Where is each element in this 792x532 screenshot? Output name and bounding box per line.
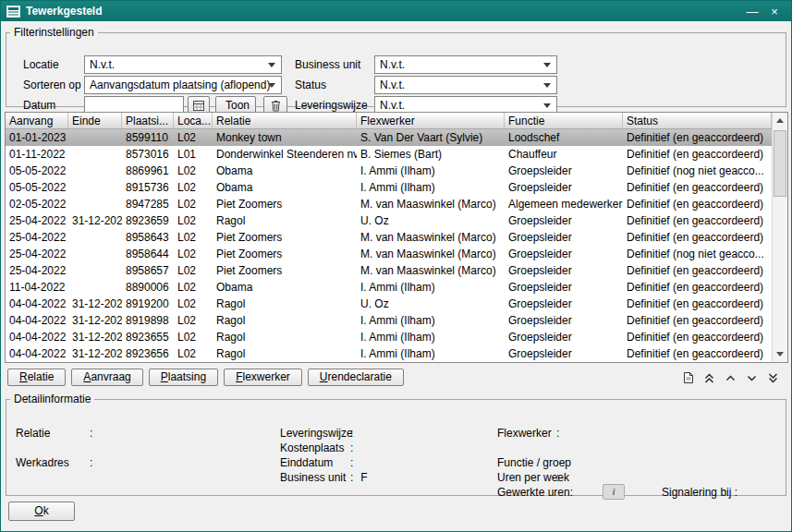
- minimize-button[interactable]: —: [741, 3, 763, 19]
- column-header[interactable]: Relatie: [213, 113, 357, 128]
- info-button[interactable]: i: [603, 484, 625, 500]
- status-select[interactable]: N.v.t.: [374, 76, 557, 94]
- table-cell: Ragol: [213, 329, 357, 345]
- column-header[interactable]: Functie: [505, 113, 623, 128]
- table-cell: L02: [174, 229, 213, 246]
- title-bar[interactable]: Tewerkgesteld — ×: [1, 1, 791, 21]
- table-cell: M. van Maaswinkel (Marco): [357, 246, 505, 262]
- table-cell: L02: [174, 212, 213, 229]
- column-header[interactable]: Einde: [68, 113, 122, 128]
- table-row[interactable]: 04-04-202231-12-20228923655L02RagolI. Am…: [6, 329, 772, 345]
- last-record-button[interactable]: [763, 369, 782, 386]
- table-cell: 25-04-2022: [6, 212, 68, 229]
- app-icon: [6, 6, 20, 18]
- column-header[interactable]: Plaatsi...: [122, 113, 174, 128]
- table-body: 01-01-20238599110L02Monkey townS. Van De…: [6, 129, 772, 362]
- table-row[interactable]: 01-01-20238599110L02Monkey townS. Van De…: [6, 129, 772, 146]
- table-cell: Definitief (en geaccordeerd): [623, 279, 772, 296]
- goto-record-button[interactable]: [678, 369, 697, 386]
- table-cell: L02: [174, 296, 213, 312]
- chevron-up-icon: [725, 372, 737, 384]
- table-cell: Groepsleider: [505, 312, 623, 329]
- table-cell: U. Oz: [357, 212, 505, 229]
- tab-flexwerker[interactable]: Flexwerker: [224, 369, 302, 386]
- table-cell: Groepsleider: [505, 229, 623, 246]
- tab-plaatsing[interactable]: Plaatsing: [149, 369, 218, 386]
- table-cell: 25-04-2022: [6, 229, 68, 246]
- table-cell: [68, 179, 122, 196]
- business-unit-select[interactable]: N.v.t.: [374, 55, 557, 74]
- table-row[interactable]: 02-05-20228947285L02Piet ZoomersM. van M…: [6, 196, 772, 212]
- triangle-down-icon: [776, 352, 784, 360]
- tab-urendeclaratie[interactable]: Urendeclaratie: [308, 369, 404, 386]
- ok-button[interactable]: Ok: [8, 502, 75, 521]
- sorteren-select[interactable]: Aanvangsdatum plaatsing (aflopend): [84, 76, 282, 94]
- table-row[interactable]: 25-04-20228958643L02Piet ZoomersM. van M…: [6, 229, 772, 246]
- business-unit-label: Business unit: [295, 55, 360, 74]
- colon: :: [90, 456, 92, 470]
- table-row[interactable]: 25-04-20228958644L02Piet ZoomersM. van M…: [6, 246, 772, 262]
- chevron-double-down-icon: [767, 372, 779, 384]
- column-header[interactable]: Status: [623, 113, 772, 128]
- table-cell: 04-04-2022: [6, 345, 68, 362]
- close-button[interactable]: ×: [763, 3, 786, 19]
- detail-uren-per-week-label: Uren per week: [497, 471, 556, 485]
- colon: :: [556, 427, 559, 441]
- table-cell: 8947285: [122, 196, 174, 212]
- table-cell: Obama: [213, 279, 357, 296]
- table-cell: B. Siemes (Bart): [357, 146, 505, 163]
- table-row[interactable]: 25-04-20228958657L02Piet ZoomersM. van M…: [6, 262, 772, 279]
- table-cell: L02: [174, 163, 213, 179]
- locatie-select[interactable]: N.v.t.: [84, 55, 282, 74]
- table-cell: [68, 146, 122, 163]
- filter-legend: Filterinstellingen: [10, 26, 98, 39]
- table-row[interactable]: 04-04-202231-12-20228923656L02RagolI. Am…: [6, 345, 772, 362]
- next-record-button[interactable]: [742, 369, 761, 386]
- chevron-down-icon: [746, 372, 758, 384]
- table-row[interactable]: 25-04-202231-12-20228923659L02RagolU. Oz…: [6, 212, 772, 229]
- table-cell: Definitief (en geaccordeerd): [623, 345, 772, 362]
- tabs-row: RelatieAanvraagPlaatsingFlexwerkerUrende…: [7, 369, 404, 386]
- table-row[interactable]: 04-04-202231-12-20228919200L02RagolU. Oz…: [6, 296, 772, 312]
- table-cell: L02: [174, 279, 213, 296]
- detail-werkadres-label: Werkadres: [16, 456, 90, 470]
- table-cell: I. Ammi (Ilham): [357, 312, 505, 329]
- table-row[interactable]: 11-04-20228890006L02ObamaI. Ammi (Ilham)…: [6, 279, 772, 296]
- table-cell: [68, 262, 122, 279]
- table-row[interactable]: 04-04-202231-12-20228919898L02RagolI. Am…: [6, 312, 772, 329]
- scroll-up-button[interactable]: [773, 113, 787, 128]
- table-cell: I. Ammi (Ilham): [357, 279, 505, 296]
- business-unit-value: N.v.t.: [380, 58, 405, 71]
- table-cell: 04-04-2022: [6, 329, 68, 345]
- column-header[interactable]: Aanvang: [6, 113, 68, 128]
- table-cell: 8915736: [122, 179, 174, 196]
- detail-business-unit-value: F: [360, 471, 367, 485]
- column-header[interactable]: Flexwerker: [357, 113, 505, 128]
- table-cell: 31-12-2022: [68, 345, 122, 362]
- table-row[interactable]: 01-11-20228573016L01Donderwinkel Steende…: [6, 146, 772, 163]
- scrollbar-thumb[interactable]: [774, 130, 786, 197]
- colon: :: [350, 441, 353, 455]
- tab-relatie[interactable]: Relatie: [7, 369, 66, 386]
- table-cell: Groepsleider: [505, 345, 623, 362]
- table-cell: Definitief (en geaccordeerd): [623, 329, 772, 345]
- column-header[interactable]: Loca...: [174, 113, 213, 128]
- first-record-button[interactable]: [700, 369, 718, 386]
- table-cell: M. van Maaswinkel (Marco): [357, 229, 505, 246]
- table-cell: Definitief (en geaccordeerd): [623, 296, 772, 312]
- table-cell: 8958657: [122, 262, 174, 279]
- table-cell: Groepsleider: [505, 279, 623, 296]
- table-cell: M. van Maaswinkel (Marco): [357, 262, 505, 279]
- table-cell: [68, 129, 122, 146]
- table-cell: 31-12-2022: [68, 329, 122, 345]
- vertical-scrollbar[interactable]: [772, 113, 787, 362]
- tab-aanvraag[interactable]: Aanvraag: [71, 369, 142, 386]
- table-cell: 04-04-2022: [6, 296, 68, 312]
- table-cell: 8573016: [122, 146, 174, 163]
- colon: :: [350, 471, 353, 485]
- table-cell: Obama: [213, 163, 357, 179]
- previous-record-button[interactable]: [721, 369, 739, 386]
- scroll-down-button[interactable]: [773, 346, 787, 362]
- table-row[interactable]: 05-05-20228915736L02ObamaI. Ammi (Ilham)…: [6, 179, 772, 196]
- table-row[interactable]: 05-05-20228869961L02ObamaI. Ammi (Ilham)…: [6, 163, 772, 179]
